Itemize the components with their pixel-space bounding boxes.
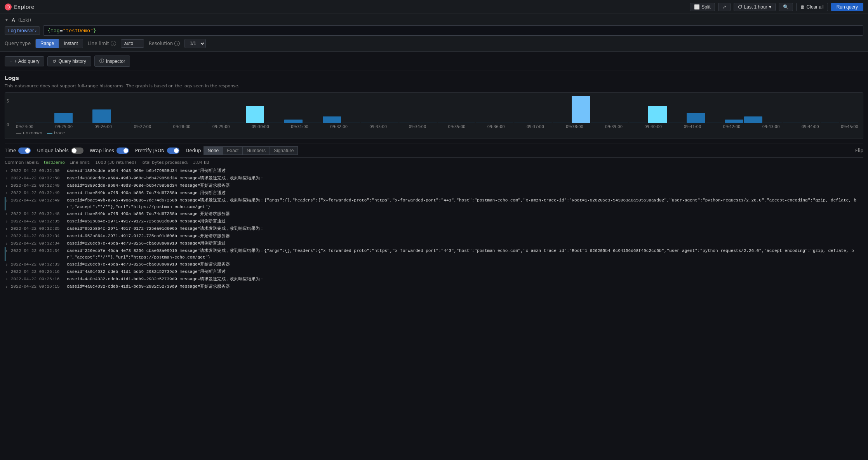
histogram-bar xyxy=(303,123,322,123)
query-type-row: Query type Range Instant Line limit i Re… xyxy=(5,39,863,48)
histogram-xlabel: 09:39:00 xyxy=(605,125,623,129)
log-body: caseid=226ecb7e-46ca-4e73-8256-cbae08a09… xyxy=(67,261,863,268)
log-entry[interactable]: ›2022-04-22 09:32:50caseid=1889cdde-a694… xyxy=(5,167,863,175)
histogram-bar xyxy=(35,123,53,123)
split-icon: ⬜ xyxy=(694,4,700,10)
line-limit-key: Line limit: xyxy=(70,160,90,165)
clear-all-button[interactable]: 🗑 Clear all xyxy=(796,3,828,11)
inspector-button[interactable]: ⓘ Inspector xyxy=(94,56,130,67)
line-limit-info-icon[interactable]: i xyxy=(111,41,116,46)
log-entry[interactable]: ›2022-04-22 09:32:49caseid=1889cdde-a694… xyxy=(5,182,863,189)
common-labels-val: testDemo xyxy=(44,160,65,165)
wrap-lines-control: Wrap lines xyxy=(90,148,129,154)
resolution-select[interactable]: 1/1 1/2 1/4 1/8 xyxy=(184,39,206,48)
query-history-button[interactable]: ↺ Query history xyxy=(47,56,91,66)
log-timestamp: 2022-04-22 09:32:35 xyxy=(11,226,65,232)
log-timestamp: 2022-04-22 09:32:34 xyxy=(11,240,65,247)
histogram-bar xyxy=(207,123,226,123)
log-expand-icon[interactable]: › xyxy=(5,218,8,225)
log-body: caseid=fbae549b-a745-490a-b886-7dc74d672… xyxy=(67,211,863,217)
histogram-bars xyxy=(16,96,858,123)
log-entry[interactable]: ›2022-04-22 09:32:34caseid=226ecb7e-46ca… xyxy=(5,240,863,247)
histogram-xlabel: 09:26:00 xyxy=(94,125,112,129)
logs-controls: Time Unique labels Wrap lines Prettify J… xyxy=(5,144,863,158)
dedup-none[interactable]: None xyxy=(204,146,223,155)
search-button[interactable]: 🔍 xyxy=(779,3,793,11)
run-query-button[interactable]: Run query xyxy=(831,3,863,11)
histogram-bar xyxy=(16,123,34,123)
unique-labels-toggle[interactable] xyxy=(71,148,83,154)
wrap-lines-toggle[interactable] xyxy=(117,148,129,154)
prettify-json-toggle[interactable] xyxy=(167,148,179,154)
dedup-exact[interactable]: Exact xyxy=(223,146,242,155)
history-icon: ↺ xyxy=(52,59,56,64)
log-expand-icon[interactable]: › xyxy=(5,261,8,268)
range-button[interactable]: Range xyxy=(36,39,59,48)
log-expand-icon[interactable]: › xyxy=(5,240,8,247)
log-timestamp: 2022-04-22 09:32:49 xyxy=(11,182,65,189)
log-entry[interactable]: ›2022-04-22 09:32:33caseid=226ecb7e-46ca… xyxy=(5,261,863,268)
dedup-numbers[interactable]: Numbers xyxy=(242,146,270,155)
collapse-button[interactable]: ▼ xyxy=(5,18,9,22)
log-entry[interactable]: ›2022-04-22 09:32:49caseid=fbae549b-a745… xyxy=(5,189,863,197)
log-entry[interactable]: ›2022-04-22 09:32:49caseid=fbae549b-a745… xyxy=(5,197,863,210)
log-timestamp: 2022-04-22 09:26:15 xyxy=(11,283,65,290)
bytes-key: Total bytes processed: xyxy=(141,160,188,165)
trash-icon: 🗑 xyxy=(800,4,805,10)
query-type-group: Range Instant xyxy=(35,39,83,48)
histogram-bar xyxy=(744,116,762,123)
line-limit-input[interactable] xyxy=(121,39,144,48)
histogram-xlabel: 09:33:00 xyxy=(369,125,387,129)
log-expand-icon[interactable]: › xyxy=(5,182,8,189)
histogram-bar xyxy=(840,123,858,123)
resolution-info-icon[interactable]: i xyxy=(174,41,180,46)
log-entry[interactable]: ›2022-04-22 09:32:34caseid=952b864c-2971… xyxy=(5,233,863,240)
log-expand-icon[interactable]: › xyxy=(5,211,8,217)
histogram-bar xyxy=(763,123,781,123)
log-expand-icon[interactable]: › xyxy=(5,233,8,240)
log-timestamp: 2022-04-22 09:32:50 xyxy=(11,175,65,182)
log-expand-icon[interactable]: › xyxy=(5,168,8,174)
search-icon: 🔍 xyxy=(783,4,789,10)
log-expand-icon[interactable]: › xyxy=(5,175,8,182)
log-expand-icon[interactable]: › xyxy=(5,283,8,290)
log-entry[interactable]: ›2022-04-22 09:32:50caseid=1889cdde-a694… xyxy=(5,175,863,182)
log-entry[interactable]: ›2022-04-22 09:32:48caseid=fbae549b-a745… xyxy=(5,210,863,218)
topbar: ⬡ Explore ⬜ Split ↗ ⏱ Last 1 hour ▾ 🔍 🗑 … xyxy=(0,0,868,14)
share-button[interactable]: ↗ xyxy=(718,3,731,11)
topbar-right: ⬜ Split ↗ ⏱ Last 1 hour ▾ 🔍 🗑 Clear all … xyxy=(690,3,863,11)
filter-right: Flip xyxy=(855,148,863,153)
log-entry[interactable]: ›2022-04-22 09:26:15caseid=4a0c4032-cdeb… xyxy=(5,283,863,290)
add-query-button[interactable]: + + Add query xyxy=(5,56,44,66)
query-input[interactable]: {tag="testDemo"} xyxy=(43,25,863,36)
log-expand-icon[interactable]: › xyxy=(5,226,8,232)
histogram-bar xyxy=(399,123,417,123)
log-entry[interactable]: ›2022-04-22 09:32:35caseid=952b864c-2971… xyxy=(5,225,863,233)
log-expand-icon[interactable]: › xyxy=(5,197,8,204)
bytes-val: 3.84 kB xyxy=(193,160,209,165)
query-editor-row: Log browser › {tag="testDemo"} xyxy=(5,25,863,36)
log-entry[interactable]: ›2022-04-22 09:26:16caseid=4a0c4032-cdeb… xyxy=(5,276,863,283)
histogram-bar xyxy=(687,113,705,123)
log-expand-icon[interactable]: › xyxy=(5,276,8,283)
log-entry[interactable]: ›2022-04-22 09:26:16caseid=4a0c4032-cdeb… xyxy=(5,268,863,276)
histogram-xlabel: 09:32:00 xyxy=(330,125,348,129)
histogram-xaxis: 09:24:0009:25:0009:26:0009:27:0009:28:00… xyxy=(16,125,858,129)
log-expand-icon[interactable]: › xyxy=(5,190,8,196)
dedup-signature[interactable]: Signature xyxy=(270,146,298,155)
histogram-bar xyxy=(725,120,743,123)
log-entry[interactable]: ›2022-04-22 09:32:34caseid=226ecb7e-46ca… xyxy=(5,247,863,261)
histogram-bar xyxy=(131,123,149,123)
time-toggle[interactable] xyxy=(18,148,31,154)
actions-row: + + Add query ↺ Query history ⓘ Inspecto… xyxy=(0,52,868,71)
histogram-xlabel: 09:45:00 xyxy=(841,125,858,129)
log-expand-icon[interactable]: › xyxy=(5,269,8,275)
log-entry[interactable]: ›2022-04-22 09:32:35caseid=952b864c-2971… xyxy=(5,218,863,225)
log-timestamp: 2022-04-22 09:32:49 xyxy=(11,190,65,196)
query-section: ▼ A (Loki) Log browser › {tag="testDemo"… xyxy=(0,14,868,52)
time-picker-button[interactable]: ⏱ Last 1 hour ▾ xyxy=(734,3,776,11)
split-button[interactable]: ⬜ Split xyxy=(690,3,715,11)
log-expand-icon[interactable]: › xyxy=(5,248,8,254)
instant-button[interactable]: Instant xyxy=(59,39,82,48)
log-browser-button[interactable]: Log browser › xyxy=(5,26,40,35)
